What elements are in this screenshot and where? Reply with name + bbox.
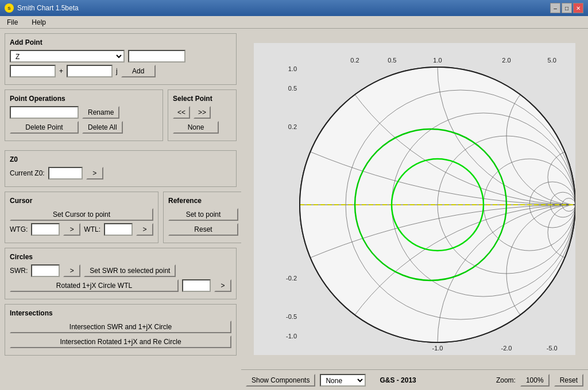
wtl-set-button[interactable]: > [136, 223, 153, 236]
zoom-value-button[interactable]: 100% [520, 374, 550, 387]
minimize-button[interactable]: – [550, 3, 560, 13]
intersection-rotated-button[interactable]: Intersection Rotated 1+jX and Re Circle [10, 336, 231, 348]
wtl-label: WTL: [84, 225, 100, 233]
point-ops-section: Point Operations Rename Delete Point Del… [5, 89, 163, 141]
left-panel: Add Point Z Y S T name 0.0 + 0.0 j Add [0, 29, 241, 390]
j-label: j [116, 67, 118, 75]
none-button[interactable]: None [173, 121, 219, 134]
main-content: Add Point Z Y S T name 0.0 + 0.0 j Add [0, 29, 588, 390]
zoom-reset-button[interactable]: Reset [554, 374, 583, 387]
imag-input[interactable]: 0.0 [67, 65, 113, 77]
wtg-set-button[interactable]: > [63, 223, 80, 236]
add-point-section: Add Point Z Y S T name 0.0 + 0.0 j Add [5, 33, 237, 85]
show-components-button[interactable]: Show Components [246, 374, 315, 387]
select-point-title: Select Point [173, 95, 231, 103]
menu-help[interactable]: Help [29, 18, 48, 27]
wtg-label: WTG: [10, 225, 28, 233]
type-select[interactable]: Z Y S T [10, 50, 125, 63]
cursor-ref-row: Cursor Set Cursor to point WTG: 0.25 > W… [5, 192, 237, 243]
menu-bar: File Help [0, 16, 588, 29]
name-input[interactable]: name [128, 50, 185, 63]
reference-section: Reference Set to point Reset [163, 192, 241, 243]
smith-chart-canvas[interactable] [254, 43, 575, 376]
window-controls: – □ ✕ [550, 3, 583, 13]
z0-value-input[interactable]: 50 [48, 167, 83, 180]
intersections-title: Intersections [10, 309, 231, 317]
ops-select-row: Point Operations Rename Delete Point Del… [5, 89, 237, 146]
swr-arrow-button[interactable]: > [63, 264, 80, 277]
set-swr-button[interactable]: Set SWR to selected point [84, 264, 176, 277]
delete-all-button[interactable]: Delete All [82, 121, 123, 134]
z0-set-button[interactable]: > [86, 167, 103, 180]
set-cursor-button[interactable]: Set Cursor to point [10, 208, 153, 221]
plus-label: + [59, 67, 63, 75]
components-select[interactable]: None Series R Shunt R [320, 374, 366, 387]
current-z0-label: Current Z0: [10, 169, 45, 177]
circles-section: Circles SWR: 2 > Set SWR to selected poi… [5, 248, 237, 299]
title-bar: S Smith Chart 1.5beta – □ ✕ [0, 0, 588, 16]
rename-button[interactable]: Rename [82, 106, 119, 119]
intersections-section: Intersections Intersection SWR and 1+jX … [5, 304, 237, 356]
intersection-swr-button[interactable]: Intersection SWR and 1+jX Circle [10, 321, 231, 333]
menu-file[interactable]: File [5, 18, 20, 27]
z0-section: Z0 Current Z0: 50 > [5, 150, 237, 187]
maximize-button[interactable]: □ [562, 3, 572, 13]
swr-input[interactable]: 2 [31, 264, 60, 277]
window-title: Smith Chart 1.5beta [17, 4, 79, 12]
select-point-section: Select Point << >> None [168, 89, 237, 141]
zoom-label: Zoom: [496, 376, 516, 384]
set-to-point-button[interactable]: Set to point [168, 208, 238, 221]
real-input[interactable]: 0.0 [10, 65, 56, 77]
swr-label: SWR: [10, 267, 28, 275]
close-button[interactable]: ✕ [573, 3, 583, 13]
rotated-value-input[interactable]: 0 [182, 279, 211, 292]
app-icon: S [5, 3, 14, 13]
bottom-bar: Show Components None Series R Shunt R G&… [241, 369, 588, 390]
point-ops-title: Point Operations [10, 95, 158, 103]
wtl-input[interactable]: 0.25 [104, 223, 133, 236]
reference-reset-button[interactable]: Reset [168, 223, 238, 236]
credit-label: G&S - 2013 [380, 376, 416, 384]
add-button[interactable]: Add [121, 65, 156, 77]
rotated-arrow-button[interactable]: > [214, 279, 231, 292]
add-point-title: Add Point [10, 38, 231, 46]
z0-title: Z0 [10, 155, 231, 163]
new-name-input[interactable] [10, 106, 79, 119]
prev-point-button[interactable]: << [173, 106, 190, 119]
smith-chart-area[interactable]: Show Components None Series R Shunt R G&… [241, 29, 588, 390]
next-point-button[interactable]: >> [194, 106, 211, 119]
cursor-section: Cursor Set Cursor to point WTG: 0.25 > W… [5, 192, 158, 243]
delete-point-button[interactable]: Delete Point [10, 121, 79, 134]
circles-title: Circles [10, 253, 231, 261]
reference-title: Reference [168, 197, 238, 205]
rotated-circle-button[interactable]: Rotated 1+jX Circle WTL [10, 279, 179, 292]
wtg-input[interactable]: 0.25 [31, 223, 60, 236]
cursor-title: Cursor [10, 197, 153, 205]
